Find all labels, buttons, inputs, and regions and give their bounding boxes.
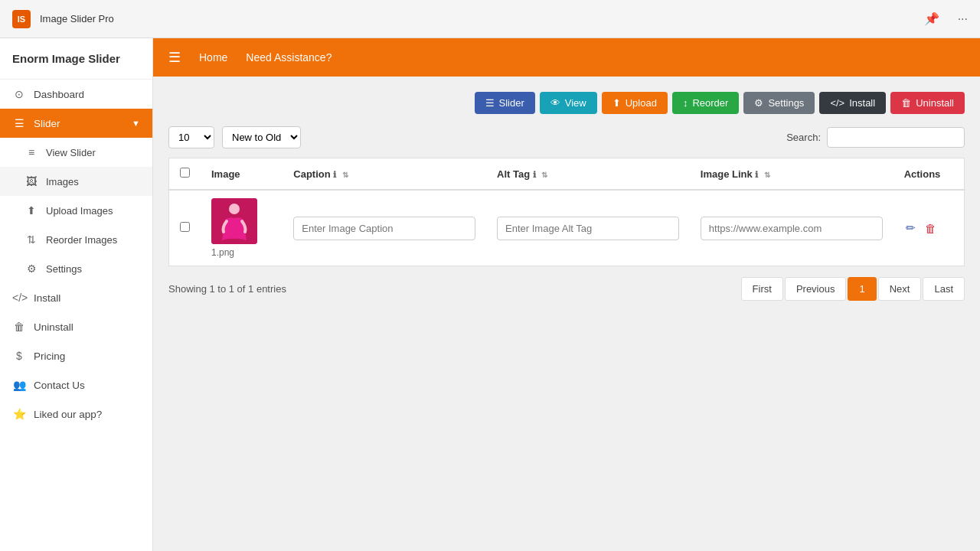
sidebar-item-settings[interactable]: ⚙ Settings (0, 254, 152, 283)
per-page-select[interactable]: 10 25 50 100 (168, 126, 214, 148)
select-all-checkbox[interactable] (180, 168, 190, 178)
sidebar-item-uninstall[interactable]: 🗑 Uninstall (0, 312, 152, 341)
images-icon: 🖼 (24, 175, 38, 187)
sidebar-item-upload-images[interactable]: ⬆ Upload Images (0, 196, 152, 225)
settings-button[interactable]: ⚙ Settings (743, 92, 815, 114)
row-checkbox[interactable] (180, 222, 190, 232)
sort-select[interactable]: New to Old Old to New (222, 126, 301, 148)
next-page-button[interactable]: Next (878, 277, 922, 301)
page-1-button[interactable]: 1 (848, 277, 876, 301)
app-icon: IS (12, 10, 31, 28)
sidebar-item-label: Pricing (34, 350, 65, 362)
hamburger-icon[interactable]: ☰ (168, 49, 181, 66)
search-label: Search: (786, 132, 821, 143)
star-icon: ⭐ (12, 408, 26, 420)
pagination-buttons: First Previous 1 Next Last (741, 277, 965, 301)
sidebar-item-label: View Slider (46, 147, 96, 158)
browser-title: Image Slider Pro (40, 13, 114, 24)
slider-btn-icon: ☰ (485, 97, 495, 109)
sidebar-item-liked[interactable]: ⭐ Liked our app? (0, 399, 152, 429)
action-icons: ✏ 🗑 (904, 220, 953, 236)
uninstall-button[interactable]: 🗑 Uninstall (890, 92, 965, 114)
search-input[interactable] (827, 127, 965, 148)
nav-link-home[interactable]: Home (199, 51, 227, 64)
image-link-col-header: Image Link ℹ ⇅ (690, 158, 893, 191)
caption-col-header: Caption ℹ ⇅ (283, 158, 486, 191)
actions-col-header: Actions (893, 158, 965, 191)
sidebar: Enorm Image Slider ⊙ Dashboard ☰ Slider … (0, 38, 153, 551)
svg-point-1 (229, 204, 240, 214)
slider-icon: ☰ (12, 117, 26, 129)
upload-button[interactable]: ⬆ Upload (602, 92, 668, 114)
main-content: ☰ Home Need Assistance? ☰ Slider 👁 View … (153, 38, 980, 551)
image-col-header: Image (201, 158, 283, 191)
delete-button[interactable]: 🗑 (923, 220, 938, 236)
alt-input[interactable] (497, 217, 679, 240)
prev-page-button[interactable]: Previous (785, 277, 847, 301)
edit-button[interactable]: ✏ (904, 220, 917, 236)
reorder-btn-icon: ↕ (683, 97, 688, 109)
image-thumbnail (211, 198, 257, 244)
sidebar-item-images[interactable]: 🖼 Images (0, 167, 152, 196)
table-row: 1.png ✏ (169, 190, 965, 266)
actions-cell: ✏ 🗑 (893, 190, 965, 266)
sidebar-item-label: Slider (34, 118, 60, 129)
toolbar: ☰ Slider 👁 View ⬆ Upload ↕ Reorder ⚙ (168, 92, 965, 114)
chevron-down-icon: ▼ (132, 119, 140, 128)
top-nav: ☰ Home Need Assistance? (153, 38, 980, 77)
sidebar-item-contact-us[interactable]: 👥 Contact Us (0, 370, 152, 399)
browser-bar: IS Image Slider Pro 📌 ··· (0, 0, 980, 38)
link-input[interactable] (701, 217, 883, 240)
sidebar-item-pricing[interactable]: $ Pricing (0, 341, 152, 370)
slider-button[interactable]: ☰ Slider (475, 92, 535, 114)
link-sort-icon[interactable]: ⇅ (764, 171, 770, 179)
sidebar-item-slider[interactable]: ☰ Slider ▼ (0, 109, 152, 138)
sidebar-item-label: Upload Images (46, 205, 113, 217)
pagination-info: Showing 1 to 1 of 1 entries (168, 283, 286, 295)
upload-btn-icon: ⬆ (612, 97, 621, 109)
menu-dots-icon[interactable]: ··· (958, 12, 968, 26)
sidebar-item-label: Reorder Images (46, 234, 117, 246)
sidebar-item-label: Liked our app? (34, 409, 102, 420)
caption-input[interactable] (293, 217, 475, 240)
data-table: Image Caption ℹ ⇅ Alt Tag ℹ ⇅ (168, 158, 965, 266)
install-btn-icon: </> (830, 97, 844, 109)
alt-sort-icon[interactable]: ⇅ (541, 171, 547, 179)
caption-info-icon: ℹ (333, 170, 336, 179)
reorder-icon: ⇅ (24, 233, 38, 246)
table-controls: 10 25 50 100 New to Old Old to New Searc… (168, 126, 965, 148)
contact-icon: 👥 (12, 379, 26, 391)
pricing-icon: $ (12, 350, 26, 362)
alt-tag-col-header: Alt Tag ℹ ⇅ (486, 158, 690, 191)
first-page-button[interactable]: First (741, 277, 783, 301)
search-container: Search: (786, 127, 965, 148)
sidebar-item-label: Contact Us (34, 380, 85, 391)
uninstall-icon: 🗑 (12, 321, 26, 333)
sidebar-item-dashboard[interactable]: ⊙ Dashboard (0, 80, 152, 109)
view-button[interactable]: 👁 View (540, 92, 597, 114)
dashboard-icon: ⊙ (12, 88, 26, 100)
install-button[interactable]: </> Install (819, 92, 886, 114)
sidebar-item-label: Dashboard (34, 89, 84, 100)
sidebar-item-label: Images (46, 176, 79, 187)
last-page-button[interactable]: Last (923, 277, 965, 301)
caption-sort-icon[interactable]: ⇅ (342, 171, 348, 179)
sidebar-item-view-slider[interactable]: ≡ View Slider (0, 138, 152, 167)
settings-btn-icon: ⚙ (754, 97, 763, 109)
view-btn-icon: 👁 (550, 97, 560, 109)
nav-link-assistance[interactable]: Need Assistance? (246, 51, 332, 64)
sidebar-item-label: Uninstall (34, 321, 74, 333)
reorder-button[interactable]: ↕ Reorder (672, 92, 739, 114)
sidebar-item-label: Install (34, 292, 60, 304)
sidebar-item-reorder-images[interactable]: ⇅ Reorder Images (0, 225, 152, 254)
sidebar-item-install[interactable]: </> Install (0, 283, 152, 312)
link-cell (690, 190, 893, 266)
alt-info-icon: ℹ (533, 170, 536, 179)
upload-icon: ⬆ (24, 204, 38, 217)
page-content: ☰ Slider 👁 View ⬆ Upload ↕ Reorder ⚙ (153, 77, 980, 551)
sidebar-item-label: Settings (46, 263, 82, 275)
pin-icon: 📌 (924, 11, 939, 26)
select-all-col (169, 158, 201, 191)
caption-cell (283, 190, 486, 266)
install-icon: </> (12, 292, 26, 304)
